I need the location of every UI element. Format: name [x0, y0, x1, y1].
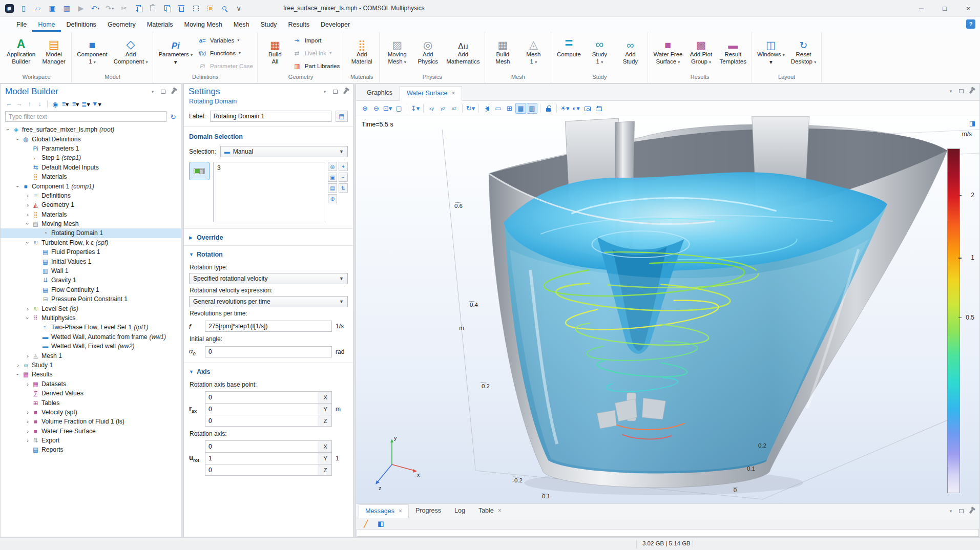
refresh-view-icon[interactable]: ↻▾ [465, 103, 476, 114]
tree-item[interactable]: ⇊Gravity 1 [1, 276, 181, 285]
twisty-icon[interactable]: › [24, 202, 31, 208]
show-options-icon[interactable]: ◉ [51, 99, 59, 109]
zoom-out-icon[interactable]: ⊖ [371, 103, 382, 114]
maximize-button[interactable]: □ [933, 0, 956, 16]
close-icon[interactable]: × [498, 507, 502, 514]
tree-item[interactable]: ›▩Results [1, 370, 181, 379]
tab-developer[interactable]: Developer [315, 17, 356, 32]
tree-filter-input[interactable] [5, 111, 166, 122]
clear-selection-icon[interactable] [204, 2, 216, 14]
minimize-button[interactable]: ─ [909, 0, 933, 16]
section-axis[interactable]: ▼ Axis [184, 363, 353, 378]
tree-item[interactable]: ⌐Step 1(step1) [1, 153, 181, 162]
section-rotation[interactable]: ▼ Rotation [184, 246, 353, 261]
active-selection-toggle[interactable] [189, 162, 210, 180]
tree-item[interactable]: ◔Rotating Domain 1 [1, 228, 181, 238]
tab-geometry[interactable]: Geometry [102, 17, 141, 32]
back-icon[interactable]: ← [5, 99, 13, 109]
tab-mesh[interactable]: Mesh [228, 17, 255, 32]
pin-icon[interactable] [968, 88, 974, 94]
model-tree-nodes-icon[interactable]: ≣▾ [81, 99, 90, 109]
study-1-button[interactable]: ∞Study1 ▾ [585, 34, 614, 72]
tree-item[interactable]: ≈Two-Phase Flow, Level Set 1(tpf1) [1, 323, 181, 332]
new-file-icon[interactable]: ▯ [17, 2, 30, 14]
rotation-axis-z-input[interactable] [205, 464, 319, 476]
tree-item[interactable]: ⊞Tables [1, 398, 181, 407]
tab-log[interactable]: Log [448, 504, 472, 518]
float-icon[interactable] [958, 508, 964, 514]
rotation-axis-y-input[interactable] [205, 452, 319, 464]
twisty-icon[interactable]: › [24, 240, 31, 246]
twisty-icon[interactable]: › [24, 221, 31, 227]
activate-selection-button[interactable]: ◎ [328, 162, 337, 171]
tree-item[interactable]: ›◬Mesh 1 [1, 351, 181, 360]
twisty-icon[interactable]: › [14, 362, 22, 368]
rotation-axis-x-input[interactable] [205, 440, 319, 452]
tree-item[interactable]: ⇆Default Model Inputs [1, 163, 181, 172]
chevron-down-icon[interactable]: ▾ [948, 508, 954, 514]
tab-progress[interactable]: Progress [409, 504, 448, 518]
tab-results[interactable]: Results [282, 17, 315, 32]
tree-item[interactable]: ›■Volume Fraction of Fluid 1 (ls) [1, 417, 181, 426]
add-mathematics-button[interactable]: ΔuAddMathematics [444, 34, 482, 72]
collapse-all-icon[interactable]: ≡▾ [61, 99, 70, 109]
float-icon[interactable] [958, 88, 964, 94]
paste-selection-button[interactable]: ▤ [328, 183, 337, 193]
parameters-button[interactable]: PiParameters ▾▾ [156, 34, 195, 72]
tree-item[interactable]: ›■Water Free Surface [1, 427, 181, 436]
messages-content[interactable] [357, 529, 979, 537]
pin-icon[interactable] [170, 89, 176, 95]
tab-file[interactable]: File [11, 17, 32, 32]
tree-item[interactable]: ›≋Level Set(ls) [1, 304, 181, 313]
model-manager-button[interactable]: ▤ModelManager [39, 34, 69, 72]
graphics-viewport[interactable]: Time=5.5 s 0.60.4m0.2-0.20.10.20.10 ◨ m/… [356, 116, 979, 503]
tree-item[interactable]: ›▦Datasets [1, 379, 181, 389]
add-material-button[interactable]: ⣿AddMaterial [347, 34, 377, 72]
save-to-model-manager-icon[interactable]: ▥ [60, 2, 73, 14]
tree-item[interactable]: ›≋Turbulent Flow, k-ε(spf) [1, 238, 181, 247]
plot-in-graphics-icon[interactable]: ▦ [515, 103, 526, 114]
tree-item[interactable]: ›◭Geometry 1 [1, 200, 181, 209]
windows-button[interactable]: ◫Windows ▾▾ [755, 34, 787, 72]
find-icon[interactable] [218, 2, 231, 14]
view-xy-icon[interactable]: xy [426, 103, 437, 114]
mesh-1-button[interactable]: ◬Mesh1 ▾ [518, 34, 548, 72]
move-up-icon[interactable]: ↑ [25, 99, 34, 109]
tree-item[interactable]: ›■Velocity (spf) [1, 408, 181, 417]
customize-toolbar-icon[interactable]: ∨ [233, 2, 245, 14]
reset-desktop-button[interactable]: ↻ResetDesktop ▾ [788, 34, 819, 72]
chevron-down-icon[interactable]: ▾ [948, 88, 954, 94]
close-icon[interactable]: × [451, 90, 455, 97]
livelink-button[interactable]: ⇄LiveLink▾ [293, 48, 340, 58]
add-to-selection-button[interactable]: + [339, 162, 348, 171]
delete-icon[interactable] [175, 2, 187, 14]
tree-item[interactable]: ›▨Moving Mesh [1, 219, 181, 228]
graphics-tab-water-surface[interactable]: Water Surface× [400, 86, 462, 101]
swap-selection-button[interactable]: ⇅ [339, 183, 348, 193]
selection-list[interactable]: 3 [213, 162, 324, 222]
scene-light-icon[interactable]: ☀▾ [559, 103, 570, 114]
variables-button[interactable]: a=Variables▾ [198, 35, 253, 45]
tree-item[interactable]: ›≡Definitions [1, 191, 181, 200]
remove-from-selection-button[interactable]: − [339, 173, 348, 182]
open-in-window-icon[interactable]: ◧ [376, 518, 386, 529]
build-mesh-button[interactable]: ▦BuildMesh [488, 34, 517, 72]
filter-messages-icon[interactable]: ╱ [361, 518, 371, 529]
twisty-icon[interactable]: › [24, 437, 31, 443]
selection-dropdown[interactable]: ▬ Manual ▼ [220, 146, 348, 157]
undo-icon[interactable]: ↶▾ [89, 2, 101, 14]
select-box-icon[interactable] [190, 2, 202, 14]
component-1-button[interactable]: ■Component1 ▾ [74, 34, 110, 72]
functions-button[interactable]: f(x)Functions▾ [198, 48, 253, 58]
label-input[interactable] [210, 111, 331, 122]
tree-item[interactable]: ▥Wall 1 [1, 266, 181, 276]
twisty-icon[interactable]: › [14, 136, 22, 142]
tab-messages[interactable]: Messages× [359, 504, 409, 518]
filter-icon[interactable]: ▼▾ [92, 99, 101, 109]
application-builder-button[interactable]: AApplicationBuilder [4, 34, 38, 72]
result-templates-button[interactable]: ▬ResultTemplates [717, 34, 748, 72]
twisty-icon[interactable]: › [24, 381, 31, 387]
rve-dropdown[interactable]: General revolutions per time ▼ [189, 296, 348, 307]
tree-item[interactable]: ∑Derived Values [1, 389, 181, 398]
twisty-icon[interactable]: › [14, 371, 22, 377]
